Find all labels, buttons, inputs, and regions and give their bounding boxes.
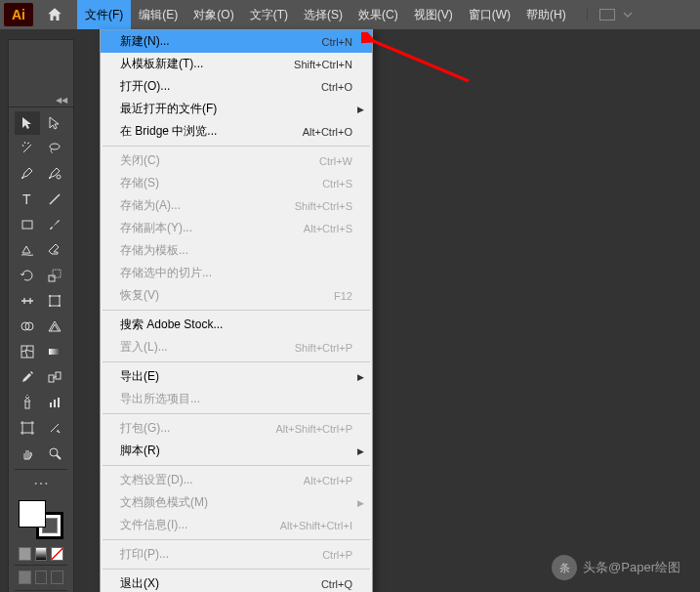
gradient-tool[interactable] <box>42 340 67 363</box>
line-segment-tool[interactable] <box>42 188 67 211</box>
perspective-grid-tool[interactable] <box>42 315 67 338</box>
menu-item: 恢复(V)F12 <box>101 284 372 307</box>
menu-item[interactable]: 窗口(W) <box>461 0 518 29</box>
menu-item[interactable]: 视图(V) <box>406 0 461 29</box>
menu-item-shortcut: Ctrl+O <box>321 81 352 93</box>
submenu-arrow-icon: ▶ <box>357 105 364 114</box>
menu-item[interactable]: 文字(T) <box>242 0 296 29</box>
menu-item-shortcut: Alt+Shift+Ctrl+P <box>275 423 352 435</box>
menu-item-shortcut: Shift+Ctrl+S <box>295 200 352 212</box>
scale-tool[interactable] <box>42 264 67 287</box>
menu-item-shortcut: Ctrl+N <box>322 36 352 48</box>
menu-item-shortcut: Alt+Ctrl+S <box>304 223 352 234</box>
menu-item: 存储副本(Y)...Alt+Ctrl+S <box>101 217 372 239</box>
fill-color[interactable] <box>19 500 46 528</box>
tools-panel: ◀◀ T <box>8 39 74 592</box>
menu-item-label: 打包(G)... <box>120 420 275 437</box>
menu-separator <box>103 569 370 570</box>
curvature-tool[interactable] <box>42 162 67 186</box>
eraser-tool[interactable] <box>42 238 67 262</box>
menu-item-label: 存储为模板... <box>120 242 352 259</box>
menu-item-label: 文档设置(D)... <box>120 472 304 488</box>
lasso-tool[interactable] <box>42 137 67 160</box>
color-mode-icon[interactable] <box>19 547 31 561</box>
type-tool[interactable]: T <box>15 188 40 211</box>
svg-text:T: T <box>22 191 31 207</box>
menu-item-shortcut: Ctrl+S <box>322 178 352 190</box>
menu-item-label: 在 Bridge 中浏览... <box>120 123 303 140</box>
menu-item-label: 退出(X) <box>120 575 321 592</box>
menu-item[interactable]: 退出(X)Ctrl+Q <box>101 572 372 592</box>
magic-wand-tool[interactable] <box>15 137 40 160</box>
collapse-icon[interactable]: ◀◀ <box>56 96 67 105</box>
svg-rect-17 <box>56 372 61 379</box>
edit-toolbar-button[interactable]: ⋯ <box>15 469 67 492</box>
menu-item[interactable]: 编辑(E) <box>131 0 185 29</box>
pen-tool[interactable] <box>15 162 40 186</box>
menu-item[interactable]: 打开(O)...Ctrl+O <box>101 75 372 98</box>
direct-selection-tool[interactable] <box>42 111 67 135</box>
menu-item[interactable]: 选择(S) <box>296 0 350 29</box>
menu-item: 存储为(A)...Shift+Ctrl+S <box>101 194 372 217</box>
column-graph-tool[interactable] <box>42 391 67 414</box>
app-logo: Ai <box>4 3 33 26</box>
menu-separator <box>103 146 370 147</box>
svg-rect-15 <box>49 349 61 355</box>
menu-item[interactable]: 搜索 Adobe Stock... <box>101 314 372 336</box>
menu-item[interactable]: 最近打开的文件(F)▶ <box>101 98 372 120</box>
rectangle-tool[interactable] <box>15 213 40 236</box>
menu-item[interactable]: 对象(O) <box>185 0 241 29</box>
svg-point-1 <box>57 175 61 179</box>
menu-item[interactable]: 在 Bridge 中浏览...Alt+Ctrl+O <box>101 120 372 143</box>
menu-item[interactable]: 从模板新建(T)...Shift+Ctrl+N <box>101 53 372 75</box>
titlebar: Ai 文件(F)编辑(E)对象(O)文字(T)选择(S)效果(C)视图(V)窗口… <box>0 0 700 29</box>
menu-item: 存储(S)Ctrl+S <box>101 172 372 194</box>
menu-item[interactable]: 效果(C) <box>350 0 406 29</box>
zoom-tool[interactable] <box>42 442 67 465</box>
selection-tool[interactable] <box>15 111 40 135</box>
shaper-tool[interactable] <box>15 238 40 262</box>
none-mode-icon[interactable] <box>51 547 63 561</box>
draw-behind-icon[interactable] <box>35 571 48 584</box>
menu-item[interactable]: 文件(F) <box>77 0 131 29</box>
menu-item[interactable]: 脚本(R)▶ <box>101 440 372 462</box>
width-tool[interactable] <box>15 289 40 313</box>
draw-normal-icon[interactable] <box>19 571 31 584</box>
svg-rect-23 <box>22 423 32 433</box>
hand-tool[interactable] <box>15 442 40 465</box>
menu-item-label: 置入(L)... <box>120 339 295 356</box>
slice-tool[interactable] <box>42 416 67 440</box>
svg-rect-5 <box>49 275 55 281</box>
menu-item-shortcut: Alt+Ctrl+P <box>304 475 352 486</box>
eyedropper-tool[interactable] <box>15 365 40 389</box>
home-button[interactable] <box>41 3 68 26</box>
svg-rect-16 <box>49 375 54 382</box>
menu-item-shortcut: Shift+Ctrl+P <box>295 342 352 354</box>
menu-item[interactable]: 帮助(H) <box>518 0 574 29</box>
symbol-sprayer-tool[interactable] <box>15 391 40 414</box>
menu-item-shortcut: Alt+Shift+Ctrl+I <box>280 520 352 531</box>
menu-item[interactable]: 导出(E)▶ <box>101 365 372 388</box>
menu-item-label: 搜索 Adobe Stock... <box>120 317 352 333</box>
rotate-tool[interactable] <box>15 264 40 287</box>
gradient-mode-icon[interactable] <box>35 547 48 561</box>
mesh-tool[interactable] <box>15 340 40 363</box>
menu-item-label: 文档颜色模式(M) <box>120 494 352 511</box>
workspace-switcher[interactable] <box>587 9 633 21</box>
blend-tool[interactable] <box>42 365 67 389</box>
menu-separator <box>103 361 370 362</box>
free-transform-tool[interactable] <box>42 289 67 313</box>
menu-item: 文件信息(I)...Alt+Shift+Ctrl+I <box>101 514 372 536</box>
draw-inside-icon[interactable] <box>51 571 63 584</box>
svg-line-25 <box>57 455 61 459</box>
menu-item[interactable]: 新建(N)...Ctrl+N <box>101 30 372 53</box>
fill-stroke-swatch[interactable] <box>17 500 65 539</box>
menu-item-label: 存储副本(Y)... <box>120 220 304 236</box>
menubar: 文件(F)编辑(E)对象(O)文字(T)选择(S)效果(C)视图(V)窗口(W)… <box>77 0 574 29</box>
artboard-tool[interactable] <box>15 416 40 440</box>
paintbrush-tool[interactable] <box>42 213 67 236</box>
shape-builder-tool[interactable] <box>15 315 40 338</box>
menu-item: 文档设置(D)...Alt+Ctrl+P <box>101 469 372 491</box>
svg-rect-21 <box>54 400 56 407</box>
submenu-arrow-icon: ▶ <box>357 498 364 508</box>
